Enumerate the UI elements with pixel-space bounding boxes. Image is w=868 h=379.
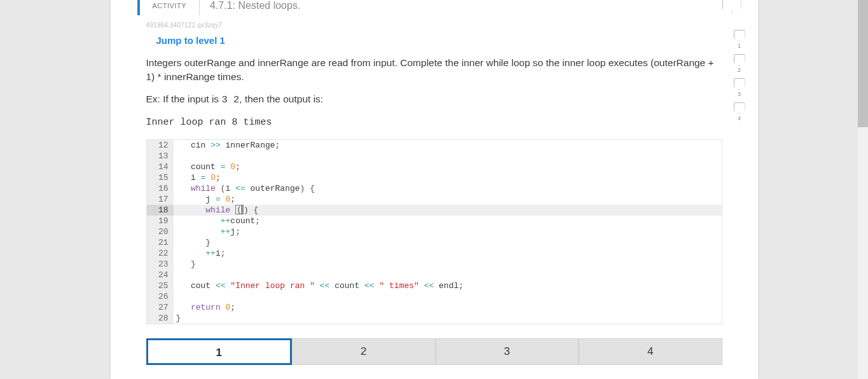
line-number: 13 xyxy=(147,151,174,162)
test-level-tab[interactable]: 2 xyxy=(292,338,436,365)
level-progress-column: 1234 xyxy=(734,30,745,125)
level-number: 3 xyxy=(734,91,745,97)
level-box-icon xyxy=(734,30,745,41)
code-row[interactable]: 12 cin >> innerRange; xyxy=(147,140,722,151)
code-line[interactable] xyxy=(174,270,722,280)
level-box-icon xyxy=(734,54,745,65)
line-number: 19 xyxy=(147,216,174,226)
code-row[interactable]: 21 } xyxy=(147,237,722,248)
level-box-icon xyxy=(734,78,745,90)
test-level-tab[interactable]: 1 xyxy=(146,338,293,365)
line-number: 22 xyxy=(147,248,174,259)
code-line[interactable]: count = 0; xyxy=(174,162,722,172)
code-line[interactable]: i = 0; xyxy=(174,172,722,183)
line-number: 28 xyxy=(147,313,174,324)
example-input: 3 2 xyxy=(221,94,239,106)
test-level-tab[interactable]: 4 xyxy=(579,338,722,365)
code-line[interactable]: ++count; xyxy=(174,216,722,226)
line-number: 15 xyxy=(147,172,174,183)
code-line[interactable]: ++j; xyxy=(174,226,722,237)
line-number: 17 xyxy=(147,194,174,205)
code-row[interactable]: 17 j = 0; xyxy=(147,194,722,205)
line-number: 25 xyxy=(147,280,174,291)
code-row[interactable]: 23 } xyxy=(147,259,722,270)
code-line[interactable]: cin >> innerRange; xyxy=(174,140,722,151)
code-line[interactable]: } xyxy=(174,237,722,248)
code-row[interactable]: 13 xyxy=(147,151,722,162)
code-line[interactable]: ++i; xyxy=(174,248,722,259)
code-row[interactable]: 14 count = 0; xyxy=(147,162,722,172)
line-number: 24 xyxy=(147,270,174,280)
example-suffix: , then the output is: xyxy=(239,93,323,104)
example-output: Inner loop ran 8 times xyxy=(146,117,722,128)
jump-to-level-link[interactable]: Jump to level 1 xyxy=(156,35,225,46)
code-editor[interactable]: 12 cin >> innerRange;1314 count = 0;15 i… xyxy=(146,139,722,324)
progress-badge-icon xyxy=(722,0,741,13)
code-row[interactable]: 27 return 0; xyxy=(147,302,722,313)
test-level-tab[interactable]: 3 xyxy=(436,338,579,365)
activity-title: 4.7.1: Nested loops. xyxy=(199,0,310,15)
level-indicator[interactable]: 2 xyxy=(734,54,745,77)
code-line[interactable]: } xyxy=(174,259,722,270)
code-line[interactable]: j = 0; xyxy=(174,194,722,205)
code-row[interactable]: 28} xyxy=(147,313,722,324)
code-line[interactable] xyxy=(174,291,722,302)
code-row[interactable]: 18 while () { xyxy=(147,205,722,216)
line-number: 18 xyxy=(147,205,174,216)
line-number: 20 xyxy=(147,226,174,237)
level-indicator[interactable]: 1 xyxy=(734,30,745,53)
code-row[interactable]: 15 i = 0; xyxy=(147,172,722,183)
level-number: 1 xyxy=(734,43,745,49)
level-box-icon xyxy=(734,102,745,114)
activity-label: ACTIVITY xyxy=(137,0,200,15)
line-number: 21 xyxy=(147,237,174,248)
example-line: Ex: If the input is 3 2, then the output… xyxy=(146,93,722,106)
scrollbar-thumb[interactable] xyxy=(858,0,868,127)
line-number: 14 xyxy=(147,162,174,172)
hash-id: 491964.3407122.qx3zqy7 xyxy=(146,22,758,29)
page-container: ACTIVITY 4.7.1: Nested loops. 491964.340… xyxy=(111,0,758,379)
code-row[interactable]: 22 ++i; xyxy=(147,248,722,259)
prompt-text: Integers outerRange and innerRange are r… xyxy=(146,56,722,85)
code-row[interactable]: 20 ++j; xyxy=(147,226,722,237)
code-line[interactable]: while () { xyxy=(174,205,722,216)
line-number: 16 xyxy=(147,183,174,194)
line-number: 23 xyxy=(147,259,174,270)
test-level-tabs: 1234 xyxy=(146,338,722,365)
code-row[interactable]: 19 ++count; xyxy=(147,216,722,226)
level-indicator[interactable]: 4 xyxy=(734,102,745,125)
code-line[interactable]: } xyxy=(174,313,722,324)
level-number: 4 xyxy=(734,115,745,121)
line-number: 26 xyxy=(147,291,174,302)
code-row[interactable]: 25 cout << "Inner loop ran " << count <<… xyxy=(147,280,722,291)
code-line[interactable] xyxy=(174,151,722,162)
code-row[interactable]: 26 xyxy=(147,291,722,302)
code-line[interactable]: return 0; xyxy=(174,302,722,313)
line-number: 27 xyxy=(147,302,174,313)
level-indicator[interactable]: 3 xyxy=(734,78,745,101)
level-number: 2 xyxy=(734,67,745,73)
line-number: 12 xyxy=(147,140,174,151)
code-line[interactable]: while (i <= outerRange) { xyxy=(174,183,722,194)
code-line[interactable]: cout << "Inner loop ran " << count << " … xyxy=(174,280,722,291)
code-row[interactable]: 24 xyxy=(147,270,722,280)
problem-body: 1234 Jump to level 1 Integers outerRange… xyxy=(146,35,722,365)
code-row[interactable]: 16 while (i <= outerRange) { xyxy=(147,183,722,194)
page-scrollbar[interactable] xyxy=(858,0,868,379)
example-prefix: Ex: If the input is xyxy=(146,93,222,104)
activity-header: ACTIVITY 4.7.1: Nested loops. xyxy=(137,0,758,15)
